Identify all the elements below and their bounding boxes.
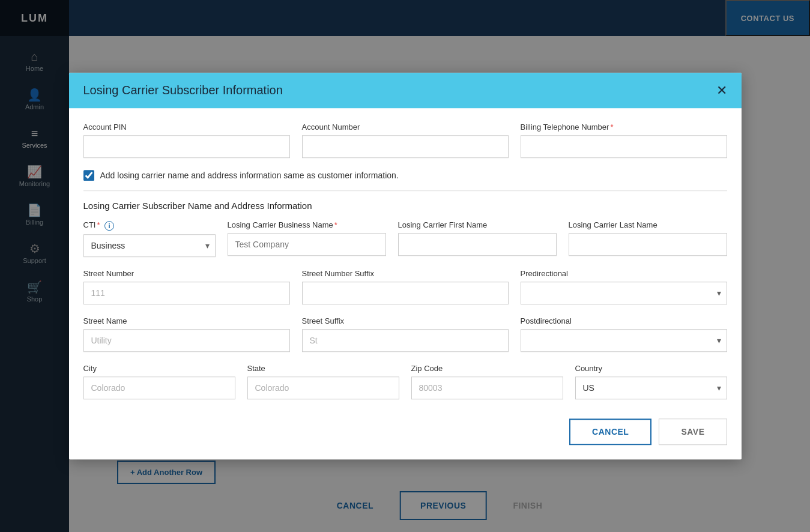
losing-carrier-business-name-group: Losing Carrier Business Name* [228,220,386,257]
city-label: City [83,364,235,373]
city-input[interactable] [83,376,235,399]
postdirectional-label: Postdirectional [521,316,727,325]
zip-code-group: Zip Code [411,364,563,399]
cti-info-icon[interactable]: i [104,221,114,231]
predirectional-group: Predirectional N S E W NE NW SE SW ▾ [521,269,727,304]
account-number-label: Account Number [302,122,509,131]
modal-close-button[interactable]: ✕ [716,84,727,97]
form-row-street-number: Street Number Street Number Suffix Predi… [83,269,727,304]
zip-code-label: Zip Code [411,364,563,373]
section-divider [83,190,727,191]
cti-label: CTI* i [83,220,216,231]
postdirectional-select-wrapper: N S E W NE NW SE SW ▾ [521,329,727,352]
losing-carrier-business-name-label: Losing Carrier Business Name* [228,220,386,229]
account-pin-input[interactable] [83,135,290,158]
state-group: State [247,364,399,399]
modal-save-button[interactable]: SAVE [659,419,727,445]
losing-carrier-business-name-input[interactable] [228,233,386,256]
country-select[interactable]: US CA MX [575,376,727,399]
section-title: Losing Carrier Subscriber Name and Addre… [83,201,727,211]
cti-select[interactable]: Business Residential [83,234,216,257]
modal-footer: CANCEL SAVE [83,411,727,447]
country-group: Country US CA MX ▾ [575,364,727,399]
losing-carrier-first-name-label: Losing Carrier First Name [398,220,557,229]
state-input[interactable] [247,376,399,399]
checkbox-row: Add losing carrier name and address info… [83,170,727,181]
losing-carrier-last-name-label: Losing Carrier Last Name [569,220,727,229]
zip-code-input[interactable] [411,376,563,399]
form-row-street-name: Street Name Street Suffix Postdirectiona… [83,316,727,352]
street-number-suffix-label: Street Number Suffix [302,269,509,278]
checkbox-label: Add losing carrier name and address info… [100,171,399,180]
postdirectional-group: Postdirectional N S E W NE NW SE SW ▾ [521,316,727,352]
billing-telephone-input[interactable] [521,135,727,158]
street-suffix-label: Street Suffix [302,316,509,325]
street-suffix-input[interactable] [302,329,509,352]
country-label: Country [575,364,727,373]
account-number-input[interactable] [302,135,509,158]
account-pin-label: Account PIN [83,122,290,131]
country-select-wrapper: US CA MX ▾ [575,376,727,399]
account-number-group: Account Number [302,122,509,158]
street-number-suffix-input[interactable] [302,282,509,304]
modal-header: Losing Carrier Subscriber Information ✕ [69,73,742,108]
postdirectional-select[interactable]: N S E W NE NW SE SW [521,329,727,352]
form-row-cti: CTI* i Business Residential ▾ Losing Car… [83,220,727,257]
modal-losing-carrier: Losing Carrier Subscriber Information ✕ … [69,73,742,459]
form-row-account: Account PIN Account Number Billing Telep… [83,122,727,158]
predirectional-select-wrapper: N S E W NE NW SE SW ▾ [521,282,727,304]
losing-carrier-first-name-group: Losing Carrier First Name [398,220,557,257]
losing-carrier-first-name-input[interactable] [398,233,557,256]
street-number-suffix-group: Street Number Suffix [302,269,509,304]
street-number-input[interactable] [83,282,290,304]
city-group: City [83,364,235,399]
account-pin-group: Account PIN [83,122,290,158]
modal-cancel-button[interactable]: CANCEL [569,419,651,445]
predirectional-label: Predirectional [521,269,727,278]
billing-telephone-label: Billing Telephone Number* [521,122,727,131]
street-name-label: Street Name [83,316,290,325]
modal-body: Account PIN Account Number Billing Telep… [69,108,742,459]
street-name-input[interactable] [83,329,290,352]
modal-title: Losing Carrier Subscriber Information [83,83,283,97]
losing-carrier-last-name-group: Losing Carrier Last Name [569,220,727,257]
form-row-city: City State Zip Code Country US CA MX [83,364,727,399]
billing-telephone-group: Billing Telephone Number* [521,122,727,158]
losing-carrier-last-name-input[interactable] [569,233,727,256]
state-label: State [247,364,399,373]
street-name-group: Street Name [83,316,290,352]
cti-group: CTI* i Business Residential ▾ [83,220,216,257]
street-number-label: Street Number [83,269,290,278]
cti-select-wrapper: Business Residential ▾ [83,234,216,257]
street-suffix-group: Street Suffix [302,316,509,352]
street-number-group: Street Number [83,269,290,304]
same-as-customer-checkbox[interactable] [83,170,94,181]
predirectional-select[interactable]: N S E W NE NW SE SW [521,282,727,304]
